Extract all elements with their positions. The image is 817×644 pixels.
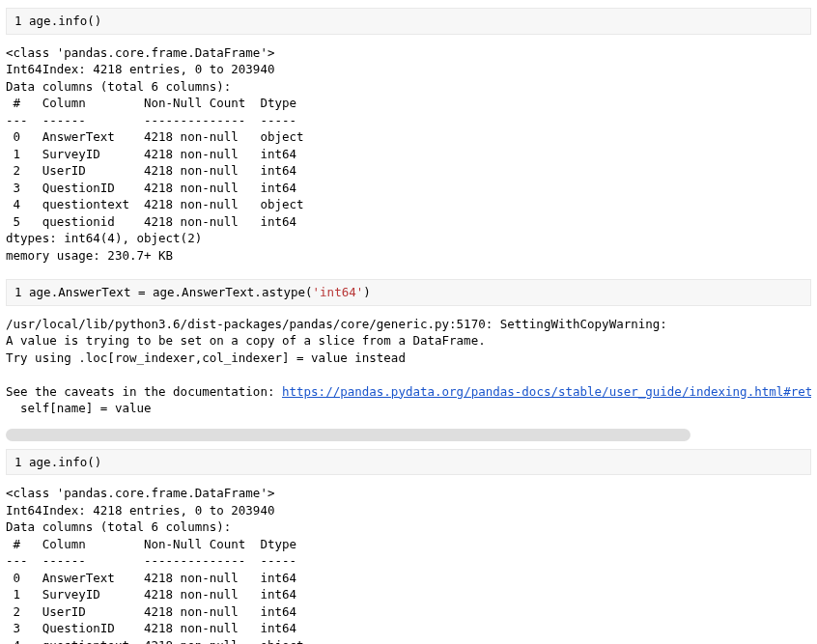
input-cell-3[interactable]: 1 age.info() (6, 449, 811, 476)
cell-lineno: 1 (14, 14, 22, 28)
output-cell-2: /usr/local/lib/python3.6/dist-packages/p… (6, 314, 811, 427)
cell-code-string: 'int64' (313, 285, 364, 299)
horizontal-scrollbar[interactable] (6, 429, 811, 441)
input-cell-2[interactable]: 1 age.AnswerText = age.AnswerText.astype… (6, 279, 811, 306)
input-cell-1[interactable]: 1 age.info() (6, 8, 811, 35)
cell-code-suffix: ) (363, 285, 371, 299)
output-cell-1: <class 'pandas.core.frame.DataFrame'> In… (6, 42, 811, 274)
cell-code: age.info() (29, 455, 101, 469)
warning-text-post: self[name] = value (6, 401, 152, 415)
cell-code: age.info() (29, 14, 101, 28)
cell-code-prefix: age.AnswerText = age.AnswerText.astype( (29, 285, 313, 299)
output-cell-3: <class 'pandas.core.frame.DataFrame'> In… (6, 483, 811, 644)
docs-link[interactable]: https://pandas.pydata.org/pandas-docs/st… (282, 384, 811, 399)
cell-lineno: 1 (14, 285, 22, 299)
cell-lineno: 1 (14, 455, 22, 469)
scrollbar-thumb[interactable] (6, 429, 690, 441)
